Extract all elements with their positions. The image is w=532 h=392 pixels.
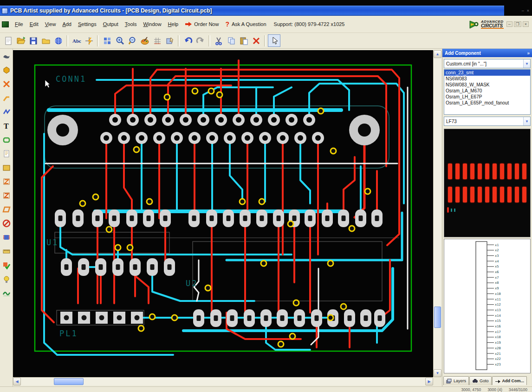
via[interactable] xyxy=(149,314,155,320)
tool-delete-track[interactable] xyxy=(1,78,12,90)
tool-verify[interactable] xyxy=(1,260,12,271)
tool-board-shape[interactable] xyxy=(1,204,12,215)
scroll-right-button[interactable]: ▶ xyxy=(425,378,433,385)
menu-item-settings[interactable]: Settings xyxy=(75,20,100,28)
vertical-scroll-thumb[interactable] xyxy=(434,307,441,328)
menu-item-output[interactable]: Output xyxy=(100,20,122,28)
board-outline[interactable] xyxy=(35,65,411,351)
grid-button[interactable] xyxy=(151,34,163,47)
component-list-item[interactable]: NS6W083_W_MASK xyxy=(444,82,530,88)
scroll-up-button[interactable]: ▲ xyxy=(434,50,441,58)
pcb-trace-cyan[interactable] xyxy=(300,138,310,203)
via[interactable] xyxy=(217,92,222,98)
component-silkscreen[interactable] xyxy=(193,242,382,301)
via[interactable] xyxy=(259,199,265,204)
via[interactable] xyxy=(80,201,85,206)
zoom-in-button[interactable] xyxy=(113,34,126,47)
pcb-trace-cyan[interactable] xyxy=(60,223,292,255)
tool-route[interactable] xyxy=(1,92,12,104)
dimension-button[interactable] xyxy=(83,34,95,47)
tool-component[interactable] xyxy=(1,232,12,243)
colors-button[interactable] xyxy=(138,34,151,47)
via[interactable] xyxy=(127,245,133,250)
via[interactable] xyxy=(192,88,198,94)
menu-item-edit[interactable]: Edit xyxy=(26,20,42,28)
delete-button[interactable] xyxy=(250,34,262,47)
pcb-editor-canvas[interactable]: CONN1U1U2PL1 xyxy=(13,50,433,377)
vertical-scrollbar[interactable]: ▲ ▼ xyxy=(433,50,441,377)
order-now-button[interactable]: Order Now xyxy=(182,21,221,27)
footprint-select[interactable]: LF73 ▼ xyxy=(444,117,531,126)
ask-question-button[interactable]: ? Ask A Question xyxy=(222,20,269,28)
combo-arrow-icon[interactable]: ▼ xyxy=(523,59,530,68)
tool-sheet[interactable] xyxy=(1,162,12,173)
pcb-trace-red[interactable] xyxy=(344,157,355,218)
mdi-close-button[interactable]: × xyxy=(523,21,529,27)
component-list-item[interactable]: Osram_LA_E65P_mod_fanout xyxy=(444,100,530,106)
via[interactable] xyxy=(115,245,121,250)
panel-chevron-icon[interactable]: » xyxy=(527,51,530,56)
via[interactable] xyxy=(172,315,177,320)
tool-finish[interactable] xyxy=(1,287,12,299)
tile-view-button[interactable] xyxy=(101,34,113,47)
component-list-item[interactable]: NS6W083 xyxy=(444,76,530,82)
via[interactable] xyxy=(93,194,98,200)
component-list-item[interactable]: Osram_LA_M670 xyxy=(444,88,530,94)
library-select[interactable]: Custom.cml [in "..."] ▼ xyxy=(444,59,531,68)
component-list[interactable]: conn_23_smtNS6W083NS6W083_W_MASKOsram_LA… xyxy=(444,69,531,115)
mdi-restore-button[interactable]: ❐ xyxy=(514,21,521,27)
via[interactable] xyxy=(208,88,214,94)
silkscreen-label-pl1[interactable]: PL1 xyxy=(59,329,78,338)
tab-goto[interactable]: Goto xyxy=(469,376,492,385)
via[interactable] xyxy=(164,94,170,100)
tool-no-connect[interactable] xyxy=(1,218,12,229)
redo-button[interactable] xyxy=(194,34,207,47)
open-button[interactable] xyxy=(14,34,27,47)
menu-item-file[interactable]: File xyxy=(12,20,26,28)
close-icon[interactable]: × xyxy=(527,8,529,13)
silkscreen-label-u1[interactable]: U1 xyxy=(46,238,58,247)
tool-zone-2[interactable] xyxy=(1,190,12,201)
via[interactable] xyxy=(106,227,112,232)
pcb-trace-red[interactable] xyxy=(355,145,364,217)
scroll-left-button[interactable]: ◀ xyxy=(13,378,21,385)
cut-button[interactable] xyxy=(212,34,225,47)
tool-zone-1[interactable] xyxy=(1,176,12,187)
via[interactable] xyxy=(240,199,245,204)
silkscreen-label-u2[interactable]: U2 xyxy=(186,279,198,288)
menu-item-window[interactable]: Window xyxy=(140,20,164,28)
via[interactable] xyxy=(147,199,152,204)
tool-measure[interactable] xyxy=(1,246,12,257)
horizontal-scroll-thumb[interactable] xyxy=(54,378,84,385)
via[interactable] xyxy=(349,226,355,231)
via[interactable] xyxy=(288,221,293,227)
via[interactable] xyxy=(328,261,333,266)
component-list-item[interactable]: conn_23_smt xyxy=(444,70,530,76)
horizontal-scrollbar[interactable]: ◀ ▶ xyxy=(13,377,433,385)
mdi-minimize-button[interactable]: – xyxy=(506,21,513,27)
menu-item-tools[interactable]: Tools xyxy=(122,20,140,28)
via[interactable] xyxy=(205,285,211,291)
save-button[interactable] xyxy=(27,34,39,47)
panel-header[interactable]: Add Component » xyxy=(442,49,532,57)
via[interactable] xyxy=(365,189,370,194)
pcb-trace-cyan[interactable] xyxy=(309,84,404,203)
via[interactable] xyxy=(261,261,266,266)
component-list-item[interactable]: Osram_LH_E67P xyxy=(444,94,530,100)
via[interactable] xyxy=(341,304,346,309)
copy-button[interactable] xyxy=(225,34,237,47)
minimize-icon[interactable]: – xyxy=(522,8,524,13)
web-button[interactable] xyxy=(52,34,65,47)
via[interactable] xyxy=(331,148,336,154)
undo-button[interactable] xyxy=(182,34,194,47)
new-file-button[interactable] xyxy=(2,34,14,47)
tool-text[interactable]: T xyxy=(1,120,12,131)
tool-highlight[interactable] xyxy=(1,274,12,285)
combo-arrow-icon[interactable]: ▼ xyxy=(523,117,530,125)
tab-add-com[interactable]: Add Com... xyxy=(492,376,527,385)
via[interactable] xyxy=(134,147,139,152)
tool-copper-pour[interactable] xyxy=(1,134,12,145)
via[interactable] xyxy=(138,326,144,331)
scroll-down-button[interactable]: ▼ xyxy=(434,369,441,377)
menu-item-help[interactable]: Help xyxy=(165,20,182,28)
